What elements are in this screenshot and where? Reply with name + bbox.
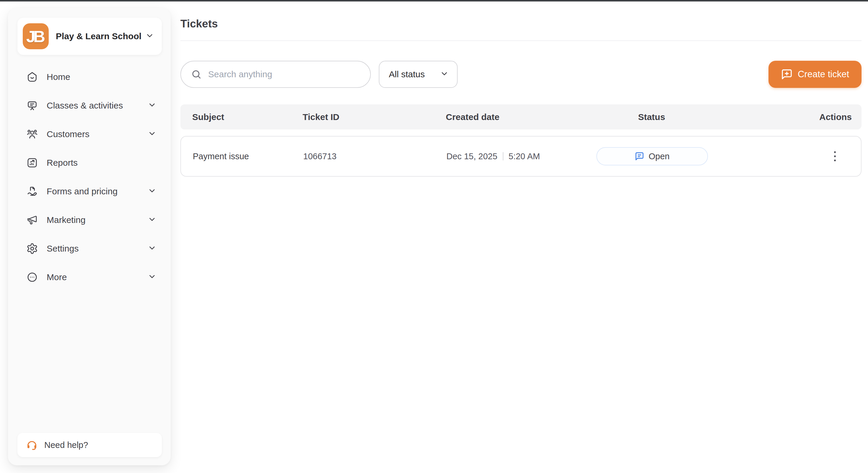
school-selector[interactable]: JB Play & Learn School [18, 18, 162, 55]
column-header-subject: Subject [180, 112, 303, 122]
chart-report-icon [26, 157, 38, 169]
sidebar-item-label: Classes & activities [46, 101, 123, 110]
ticket-status-cell: Open [594, 147, 710, 165]
sidebar-item-marketing[interactable]: Marketing [8, 211, 170, 229]
sidebar-item-classes-activities[interactable]: Classes & activities [8, 97, 170, 114]
status-filter-value: All status [389, 69, 425, 79]
ticket-subject: Payment issue [181, 151, 303, 161]
create-ticket-label: Create ticket [798, 69, 849, 80]
users-group-icon [26, 128, 38, 140]
school-name: Play & Learn School [56, 31, 142, 41]
ticket-created-date: Dec 15, 2025 5:20 AM [446, 151, 594, 161]
chevron-down-icon [148, 215, 156, 225]
main-content: Tickets All status Create ticket Subject… [180, 1, 862, 177]
column-header-actions: Actions [710, 112, 862, 122]
created-date-value: Dec 15, 2025 [446, 151, 497, 161]
date-time-divider [503, 152, 503, 161]
ticket-id: 1066713 [303, 151, 446, 161]
tickets-toolbar: All status Create ticket [180, 61, 862, 88]
brand-logo: JB [23, 23, 49, 49]
search-box [180, 61, 371, 88]
ellipsis-circle-icon [26, 271, 38, 283]
search-input[interactable] [180, 61, 371, 88]
chevron-down-icon [148, 187, 156, 196]
sidebar-item-label: Home [46, 72, 70, 82]
page-title: Tickets [180, 1, 862, 31]
headset-icon [26, 439, 38, 451]
sidebar-item-more[interactable]: More [8, 268, 170, 286]
chevron-down-icon [148, 129, 156, 139]
sidebar-item-settings[interactable]: Settings [8, 240, 170, 258]
chevron-down-icon [440, 69, 449, 79]
table-row[interactable]: Payment issue 1066713 Dec 15, 2025 5:20 … [180, 136, 862, 177]
sidebar-item-label: More [46, 272, 67, 282]
presentation-board-icon [26, 99, 38, 112]
form-hand-icon [26, 185, 38, 198]
sidebar-item-label: Marketing [46, 215, 86, 225]
sidebar: JB Play & Learn School Home [8, 8, 170, 465]
megaphone-icon [26, 214, 38, 226]
created-time-value: 5:20 AM [509, 151, 540, 161]
need-help-button[interactable]: Need help? [18, 433, 162, 457]
column-header-ticket-id: Ticket ID [303, 112, 446, 122]
sidebar-item-label: Customers [46, 129, 89, 139]
sidebar-item-label: Settings [46, 244, 79, 254]
sidebar-item-home[interactable]: Home [8, 68, 170, 86]
ticket-plus-icon [781, 68, 793, 80]
sidebar-item-label: Reports [46, 158, 78, 168]
tickets-table-header: Subject Ticket ID Created date Status Ac… [180, 104, 862, 130]
sidebar-item-label: Forms and pricing [46, 187, 118, 196]
home-icon [26, 71, 38, 83]
column-header-created-date: Created date [446, 112, 593, 122]
sidebar-item-reports[interactable]: Reports [8, 154, 170, 172]
sidebar-item-forms-pricing[interactable]: Forms and pricing [8, 182, 170, 200]
row-actions-menu-icon[interactable] [831, 147, 839, 165]
need-help-label: Need help? [44, 440, 88, 450]
gear-icon [26, 242, 38, 255]
chevron-down-icon [148, 272, 156, 282]
search-icon [191, 69, 202, 80]
ticket-actions-cell [710, 147, 861, 165]
chevron-down-icon [145, 31, 154, 41]
chevron-down-icon [148, 244, 156, 254]
column-header-status: Status [593, 112, 710, 122]
open-ticket-icon [635, 151, 644, 161]
status-filter-dropdown[interactable]: All status [379, 61, 458, 88]
create-ticket-button[interactable]: Create ticket [769, 61, 862, 88]
sidebar-item-customers[interactable]: Customers [8, 125, 170, 143]
chevron-down-icon [148, 101, 156, 110]
status-badge[interactable]: Open [596, 147, 708, 165]
sidebar-nav: Home Classes & activities [8, 68, 170, 297]
status-label: Open [649, 151, 670, 161]
title-divider [180, 40, 862, 41]
